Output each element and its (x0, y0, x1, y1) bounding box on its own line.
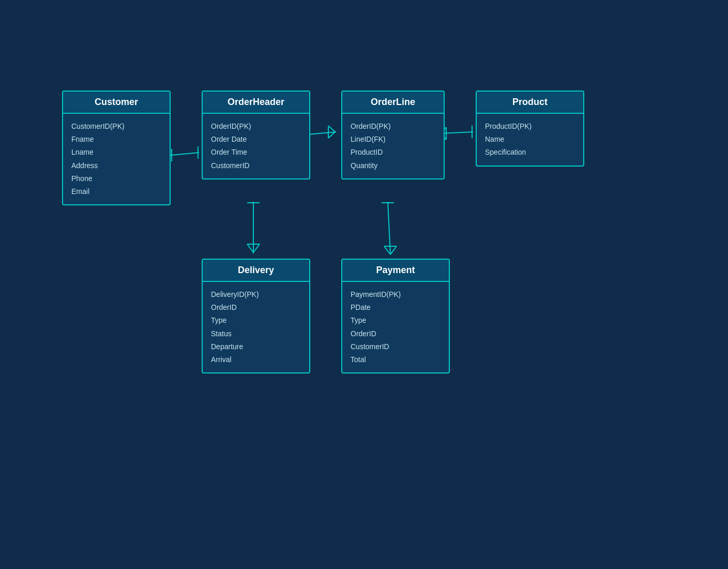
field-orderheader-3: CustomerID (211, 159, 301, 172)
svg-line-3 (308, 132, 336, 134)
field-payment-1: PDate (351, 301, 441, 314)
entity-orderheader-header: OrderHeader (203, 92, 309, 114)
svg-line-6 (328, 132, 335, 138)
entity-customer-header: Customer (63, 92, 170, 114)
field-orderheader-2: Order Time (211, 146, 301, 159)
field-orderheader-1: Order Date (211, 133, 301, 146)
entity-orderheader-fields: OrderID(PK) Order Date Order Time Custom… (203, 114, 309, 178)
field-orderline-0: OrderID(PK) (351, 120, 435, 133)
field-customer-0: CustomerID(PK) (71, 120, 161, 133)
field-customer-3: Address (71, 159, 161, 172)
field-payment-4: CustomerID (351, 340, 441, 353)
svg-line-15 (253, 244, 260, 252)
field-customer-2: Lname (71, 146, 161, 159)
entity-payment-fields: PaymentID(PK) PDate Type OrderID Custome… (342, 282, 449, 372)
entity-orderline-fields: OrderID(PK) LineID(FK) ProductID Quantit… (342, 114, 444, 178)
entity-customer-fields: CustomerID(PK) Fname Lname Address Phone… (63, 114, 170, 204)
entity-customer: Customer CustomerID(PK) Fname Lname Addr… (62, 91, 171, 205)
field-payment-0: PaymentID(PK) (351, 288, 441, 301)
field-delivery-3: Status (211, 327, 301, 340)
entity-product-fields: ProductID(PK) Name Specification (477, 114, 583, 166)
field-orderline-2: ProductID (351, 146, 435, 159)
svg-line-18 (388, 202, 390, 253)
field-delivery-2: Type (211, 314, 301, 327)
field-delivery-1: OrderID (211, 301, 301, 314)
field-payment-3: OrderID (351, 327, 441, 340)
field-payment-5: Total (351, 353, 441, 366)
field-delivery-4: Departure (211, 340, 301, 353)
field-customer-5: Email (71, 185, 161, 198)
field-customer-4: Phone (71, 172, 161, 185)
entity-orderline: OrderLine OrderID(PK) LineID(FK) Product… (341, 91, 445, 179)
field-orderline-1: LineID(FK) (351, 133, 435, 146)
entity-delivery-header: Delivery (203, 260, 309, 282)
svg-line-19 (384, 246, 390, 254)
svg-line-20 (390, 246, 397, 254)
entity-orderline-header: OrderLine (342, 92, 444, 114)
entity-payment-header: Payment (342, 260, 449, 282)
entity-product-header: Product (477, 92, 583, 114)
entity-orderheader: OrderHeader OrderID(PK) Order Date Order… (202, 91, 310, 179)
field-payment-2: Type (351, 314, 441, 327)
field-orderline-3: Quantity (351, 159, 435, 172)
svg-line-14 (247, 244, 253, 252)
field-product-0: ProductID(PK) (485, 120, 575, 133)
svg-line-0 (171, 153, 199, 155)
field-product-2: Specification (485, 146, 575, 159)
field-delivery-5: Arrival (211, 353, 301, 366)
field-orderheader-0: OrderID(PK) (211, 120, 301, 133)
entity-payment: Payment PaymentID(PK) PDate Type OrderID… (341, 259, 450, 373)
field-delivery-0: DeliveryID(PK) (211, 288, 301, 301)
field-customer-1: Fname (71, 133, 161, 146)
entity-delivery: Delivery DeliveryID(PK) OrderID Type Sta… (202, 259, 310, 373)
svg-line-5 (328, 126, 335, 132)
diagram-container: Customer CustomerID(PK) Fname Lname Addr… (0, 0, 728, 569)
entity-delivery-fields: DeliveryID(PK) OrderID Type Status Depar… (203, 282, 309, 372)
field-product-1: Name (485, 133, 575, 146)
entity-product: Product ProductID(PK) Name Specification (476, 91, 584, 167)
